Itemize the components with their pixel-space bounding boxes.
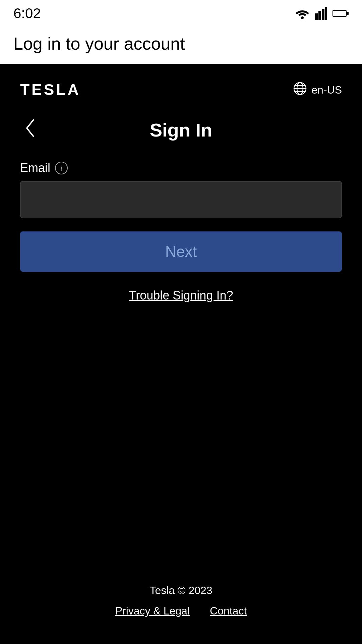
globe-icon	[293, 81, 307, 99]
sign-in-section: Sign In Email i Next Trouble Signing In?	[20, 119, 342, 564]
footer-links: Privacy & Legal Contact	[20, 605, 342, 617]
status-bar: 6:02	[0, 0, 362, 27]
wifi-icon	[295, 8, 310, 19]
info-icon-symbol: i	[60, 164, 63, 173]
svg-rect-3	[322, 9, 324, 20]
trouble-signing-in-link[interactable]: Trouble Signing In?	[20, 288, 342, 303]
page-title: Log in to your account	[13, 34, 349, 54]
app-header: TESLA en-US	[20, 64, 342, 119]
svg-point-0	[301, 16, 304, 19]
status-icons	[295, 7, 349, 20]
main-content: TESLA en-US Sig	[0, 64, 362, 644]
privacy-legal-link[interactable]: Privacy & Legal	[115, 605, 190, 617]
tesla-logo: TESLA	[20, 81, 94, 99]
svg-rect-6	[333, 11, 346, 16]
contact-link[interactable]: Contact	[210, 605, 247, 617]
battery-icon	[333, 9, 349, 18]
footer: Tesla © 2023 Privacy & Legal Contact	[20, 564, 342, 644]
info-icon[interactable]: i	[55, 162, 68, 174]
svg-rect-4	[325, 7, 327, 20]
svg-rect-7	[347, 12, 349, 15]
language-selector[interactable]: en-US	[293, 81, 342, 99]
email-label: Email	[20, 161, 50, 175]
signal-icon	[315, 7, 327, 20]
footer-copyright: Tesla © 2023	[20, 584, 342, 597]
language-label: en-US	[311, 84, 342, 96]
back-button[interactable]	[20, 115, 40, 145]
header-bar: Log in to your account	[0, 27, 362, 64]
email-input[interactable]	[20, 181, 342, 218]
status-time: 6:02	[13, 5, 41, 21]
sign-in-nav: Sign In	[20, 119, 342, 141]
svg-text:TESLA: TESLA	[20, 81, 81, 98]
email-label-row: Email i	[20, 161, 342, 175]
svg-rect-1	[315, 13, 318, 20]
next-button[interactable]: Next	[20, 231, 342, 272]
trouble-link-label: Trouble Signing In?	[129, 288, 233, 302]
sign-in-title: Sign In	[150, 119, 213, 141]
svg-rect-2	[318, 11, 321, 20]
next-button-label: Next	[165, 243, 197, 260]
